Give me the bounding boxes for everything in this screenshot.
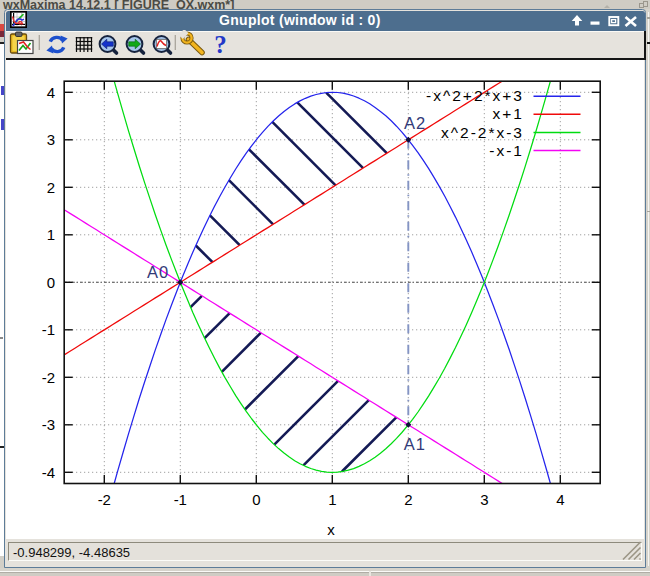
svg-text:0: 0 bbox=[47, 274, 55, 291]
svg-text:1: 1 bbox=[47, 226, 55, 243]
svg-text:x+1: x+1 bbox=[493, 105, 524, 122]
svg-text:-1: -1 bbox=[42, 321, 55, 338]
svg-text:A0: A0 bbox=[147, 263, 169, 281]
svg-text:4: 4 bbox=[47, 84, 55, 101]
svg-text:4: 4 bbox=[556, 491, 564, 508]
svg-text:-x^2+2*x+3: -x^2+2*x+3 bbox=[426, 87, 524, 104]
svg-text:-1: -1 bbox=[174, 491, 187, 508]
svg-text:A2: A2 bbox=[404, 114, 426, 132]
svg-text:x^2-2*x-3: x^2-2*x-3 bbox=[441, 124, 524, 141]
svg-text:1: 1 bbox=[328, 491, 336, 508]
svg-text:3: 3 bbox=[47, 131, 55, 148]
svg-text:0: 0 bbox=[252, 491, 260, 508]
svg-text:x: x bbox=[327, 521, 335, 538]
svg-text:-4: -4 bbox=[42, 464, 55, 481]
svg-text:3: 3 bbox=[480, 491, 488, 508]
svg-text:-2: -2 bbox=[98, 491, 111, 508]
svg-text:-2: -2 bbox=[42, 369, 55, 386]
svg-text:-3: -3 bbox=[42, 416, 55, 433]
svg-text:2: 2 bbox=[47, 179, 55, 196]
svg-text:2: 2 bbox=[404, 491, 412, 508]
svg-text:-x-1: -x-1 bbox=[489, 142, 524, 159]
svg-text:A1: A1 bbox=[404, 435, 426, 453]
